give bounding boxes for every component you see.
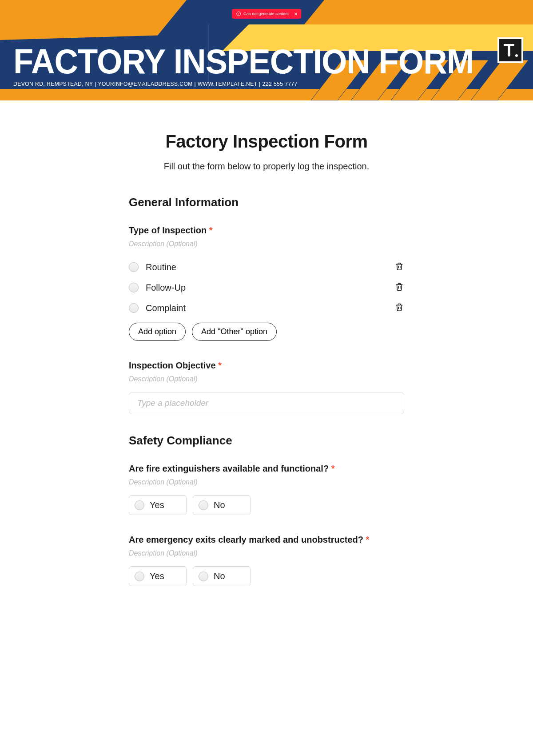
- option-label[interactable]: Follow-Up: [146, 283, 186, 293]
- objective-input[interactable]: [129, 392, 404, 414]
- option-no[interactable]: No: [193, 566, 251, 586]
- radio-icon[interactable]: [129, 283, 139, 292]
- header-banner: ! Can not generate content ✕ FACTORY INS…: [0, 0, 533, 100]
- q-description-placeholder[interactable]: Description (Optional): [129, 375, 404, 383]
- delete-option-button[interactable]: [394, 282, 404, 293]
- close-icon[interactable]: ✕: [294, 12, 298, 16]
- option-row: Complaint: [129, 298, 404, 318]
- warning-icon: !: [236, 12, 241, 16]
- banner-title: FACTORY INSPECTION FORM: [13, 42, 473, 81]
- radio-icon[interactable]: [129, 303, 139, 313]
- q-description-placeholder[interactable]: Description (Optional): [129, 478, 404, 486]
- question-type-of-inspection: Type of Inspection * Description (Option…: [129, 225, 404, 341]
- required-asterisk: *: [209, 225, 213, 235]
- q-label-text: Type of Inspection: [129, 225, 207, 235]
- option-yes[interactable]: Yes: [129, 566, 187, 586]
- option-label: Yes: [150, 500, 164, 510]
- trash-icon: [394, 302, 404, 312]
- page-description: Fill out the form below to properly log …: [129, 161, 404, 172]
- option-row: Routine: [129, 257, 404, 277]
- add-option-button[interactable]: Add option: [129, 323, 186, 341]
- section-safety-heading: Safety Compliance: [129, 434, 404, 448]
- logo-dot-icon: [515, 54, 518, 57]
- radio-icon: [135, 572, 144, 581]
- radio-icon[interactable]: [129, 262, 139, 272]
- required-asterisk: *: [218, 360, 222, 370]
- add-other-button[interactable]: Add "Other" option: [192, 323, 277, 341]
- logo-text: T: [504, 40, 514, 60]
- brand-logo: T: [497, 37, 523, 63]
- radio-icon: [135, 500, 144, 510]
- q-label-text: Are emergency exits clearly marked and u…: [129, 535, 363, 544]
- delete-option-button[interactable]: [394, 261, 404, 273]
- required-asterisk: *: [366, 535, 370, 544]
- radio-icon: [199, 572, 208, 581]
- toast-text: Can not generate content: [243, 12, 289, 16]
- option-row: Follow-Up: [129, 277, 404, 298]
- question-emergency-exits: Are emergency exits clearly marked and u…: [129, 535, 404, 586]
- trash-icon: [394, 261, 404, 271]
- section-general-heading: General Information: [129, 196, 404, 209]
- q-label-text: Are fire extinguishers available and fun…: [129, 464, 329, 473]
- question-fire-extinguishers: Are fire extinguishers available and fun…: [129, 464, 404, 515]
- option-label: No: [214, 500, 225, 510]
- q-label-text: Inspection Objective: [129, 360, 216, 370]
- trash-icon: [394, 282, 404, 292]
- delete-option-button[interactable]: [394, 302, 404, 314]
- error-toast: ! Can not generate content ✕: [232, 9, 301, 19]
- option-label[interactable]: Complaint: [146, 303, 186, 313]
- form-body: Factory Inspection Form Fill out the for…: [84, 100, 449, 604]
- radio-icon: [199, 500, 208, 510]
- option-yes[interactable]: Yes: [129, 495, 187, 515]
- banner-subtitle: DEVON RD, HEMPSTEAD, NY | YOURINFO@EMAIL…: [13, 81, 298, 87]
- option-no[interactable]: No: [193, 495, 251, 515]
- page-title: Factory Inspection Form: [129, 132, 404, 152]
- option-label: No: [214, 571, 225, 581]
- q-description-placeholder[interactable]: Description (Optional): [129, 240, 404, 248]
- option-label: Yes: [150, 571, 164, 581]
- option-label[interactable]: Routine: [146, 262, 176, 272]
- required-asterisk: *: [331, 464, 335, 473]
- question-inspection-objective: Inspection Objective * Description (Opti…: [129, 360, 404, 414]
- q-description-placeholder[interactable]: Description (Optional): [129, 549, 404, 557]
